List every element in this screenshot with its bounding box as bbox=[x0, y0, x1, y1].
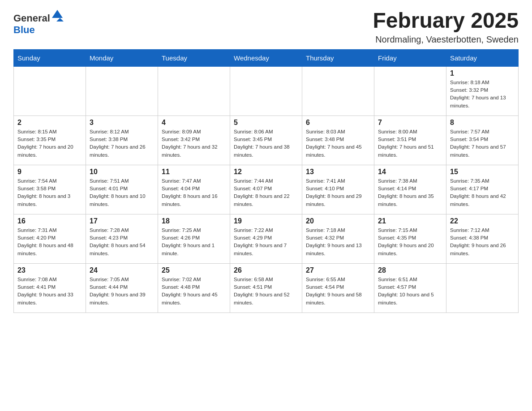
day-number: 5 bbox=[234, 119, 298, 127]
day-number: 21 bbox=[378, 217, 442, 225]
calendar-cell: 17 Sunrise: 7:28 AMSunset: 4:23 PMDaylig… bbox=[86, 214, 158, 263]
calendar-cell: 4 Sunrise: 8:09 AMSunset: 3:42 PMDayligh… bbox=[158, 116, 230, 165]
day-info: Sunrise: 7:41 AMSunset: 4:10 PMDaylight:… bbox=[306, 177, 370, 208]
day-info: Sunrise: 8:03 AMSunset: 3:48 PMDaylight:… bbox=[306, 128, 370, 159]
day-info: Sunrise: 7:54 AMSunset: 3:58 PMDaylight:… bbox=[17, 177, 82, 208]
day-info: Sunrise: 6:58 AMSunset: 4:51 PMDaylight:… bbox=[234, 276, 298, 307]
calendar-week-row-5: 23 Sunrise: 7:08 AMSunset: 4:41 PMDaylig… bbox=[14, 263, 519, 313]
day-number: 11 bbox=[162, 168, 226, 176]
calendar-cell: 1 Sunrise: 8:18 AMSunset: 3:32 PMDayligh… bbox=[446, 66, 519, 116]
calendar-cell: 24 Sunrise: 7:05 AMSunset: 4:44 PMDaylig… bbox=[86, 263, 158, 313]
day-info: Sunrise: 7:25 AMSunset: 4:26 PMDaylight:… bbox=[162, 227, 226, 257]
day-number: 27 bbox=[306, 266, 370, 274]
calendar-cell bbox=[230, 66, 302, 116]
day-number: 24 bbox=[90, 266, 154, 274]
calendar-cell: 23 Sunrise: 7:08 AMSunset: 4:41 PMDaylig… bbox=[14, 263, 86, 313]
calendar-table: Sunday Monday Tuesday Wednesday Thursday… bbox=[13, 49, 519, 313]
day-info: Sunrise: 7:44 AMSunset: 4:07 PMDaylight:… bbox=[234, 177, 298, 208]
day-info: Sunrise: 7:51 AMSunset: 4:01 PMDaylight:… bbox=[90, 177, 154, 208]
calendar-cell: 14 Sunrise: 7:38 AMSunset: 4:14 PMDaylig… bbox=[374, 165, 446, 214]
calendar-cell: 8 Sunrise: 7:57 AMSunset: 3:54 PMDayligh… bbox=[446, 116, 519, 165]
calendar-cell bbox=[302, 66, 374, 116]
day-info: Sunrise: 7:28 AMSunset: 4:23 PMDaylight:… bbox=[90, 227, 154, 257]
calendar-cell: 22 Sunrise: 7:12 AMSunset: 4:38 PMDaylig… bbox=[446, 214, 519, 263]
calendar-cell: 13 Sunrise: 7:41 AMSunset: 4:10 PMDaylig… bbox=[302, 165, 374, 214]
day-number: 19 bbox=[234, 217, 298, 225]
day-info: Sunrise: 7:35 AMSunset: 4:17 PMDaylight:… bbox=[450, 177, 515, 208]
day-info: Sunrise: 8:00 AMSunset: 3:51 PMDaylight:… bbox=[378, 128, 442, 159]
calendar-cell: 21 Sunrise: 7:15 AMSunset: 4:35 PMDaylig… bbox=[374, 214, 446, 263]
calendar-cell bbox=[86, 66, 158, 116]
calendar-week-row-4: 16 Sunrise: 7:31 AMSunset: 4:20 PMDaylig… bbox=[14, 214, 519, 263]
calendar-week-row-1: 1 Sunrise: 8:18 AMSunset: 3:32 PMDayligh… bbox=[14, 66, 519, 116]
day-number: 17 bbox=[90, 217, 154, 225]
day-number: 25 bbox=[162, 266, 226, 274]
day-info: Sunrise: 8:06 AMSunset: 3:45 PMDaylight:… bbox=[234, 128, 298, 159]
calendar-cell: 27 Sunrise: 6:55 AMSunset: 4:54 PMDaylig… bbox=[302, 263, 374, 313]
page-header: General Blue February 2025 Nordmaling, V… bbox=[13, 9, 519, 45]
col-saturday: Saturday bbox=[446, 49, 519, 66]
col-thursday: Thursday bbox=[302, 49, 374, 66]
day-info: Sunrise: 7:38 AMSunset: 4:14 PMDaylight:… bbox=[378, 177, 442, 208]
day-info: Sunrise: 7:08 AMSunset: 4:41 PMDaylight:… bbox=[17, 276, 82, 307]
day-info: Sunrise: 7:05 AMSunset: 4:44 PMDaylight:… bbox=[90, 276, 154, 307]
day-number: 1 bbox=[450, 69, 515, 77]
day-number: 14 bbox=[378, 168, 442, 176]
calendar-week-row-3: 9 Sunrise: 7:54 AMSunset: 3:58 PMDayligh… bbox=[14, 165, 519, 214]
calendar-header-row: Sunday Monday Tuesday Wednesday Thursday… bbox=[14, 49, 519, 66]
day-number: 9 bbox=[17, 168, 82, 176]
day-number: 28 bbox=[378, 266, 442, 274]
month-title: February 2025 bbox=[373, 9, 519, 33]
day-number: 13 bbox=[306, 168, 370, 176]
day-info: Sunrise: 7:22 AMSunset: 4:29 PMDaylight:… bbox=[234, 227, 298, 257]
calendar-cell bbox=[374, 66, 446, 116]
col-friday: Friday bbox=[374, 49, 446, 66]
day-info: Sunrise: 8:09 AMSunset: 3:42 PMDaylight:… bbox=[162, 128, 226, 159]
day-number: 18 bbox=[162, 217, 226, 225]
col-tuesday: Tuesday bbox=[158, 49, 230, 66]
calendar-cell: 28 Sunrise: 6:51 AMSunset: 4:57 PMDaylig… bbox=[374, 263, 446, 313]
col-sunday: Sunday bbox=[14, 49, 86, 66]
calendar-cell: 11 Sunrise: 7:47 AMSunset: 4:04 PMDaylig… bbox=[158, 165, 230, 214]
location-title: Nordmaling, Vaesterbotten, Sweden bbox=[373, 34, 519, 45]
calendar-cell: 16 Sunrise: 7:31 AMSunset: 4:20 PMDaylig… bbox=[14, 214, 86, 263]
day-info: Sunrise: 6:51 AMSunset: 4:57 PMDaylight:… bbox=[378, 276, 442, 307]
day-number: 2 bbox=[17, 119, 82, 127]
day-number: 8 bbox=[450, 119, 515, 127]
day-number: 10 bbox=[90, 168, 154, 176]
calendar-cell bbox=[158, 66, 230, 116]
calendar-cell: 20 Sunrise: 7:18 AMSunset: 4:32 PMDaylig… bbox=[302, 214, 374, 263]
svg-marker-0 bbox=[52, 10, 63, 18]
day-number: 23 bbox=[17, 266, 82, 274]
calendar-week-row-2: 2 Sunrise: 8:15 AMSunset: 3:35 PMDayligh… bbox=[14, 116, 519, 165]
calendar-cell: 19 Sunrise: 7:22 AMSunset: 4:29 PMDaylig… bbox=[230, 214, 302, 263]
calendar-cell: 12 Sunrise: 7:44 AMSunset: 4:07 PMDaylig… bbox=[230, 165, 302, 214]
day-info: Sunrise: 6:55 AMSunset: 4:54 PMDaylight:… bbox=[306, 276, 370, 307]
day-number: 15 bbox=[450, 168, 515, 176]
calendar-cell: 6 Sunrise: 8:03 AMSunset: 3:48 PMDayligh… bbox=[302, 116, 374, 165]
day-number: 26 bbox=[234, 266, 298, 274]
day-info: Sunrise: 7:31 AMSunset: 4:20 PMDaylight:… bbox=[17, 227, 82, 257]
day-number: 16 bbox=[17, 217, 82, 225]
day-info: Sunrise: 7:47 AMSunset: 4:04 PMDaylight:… bbox=[162, 177, 226, 208]
day-number: 3 bbox=[90, 119, 154, 127]
calendar-cell: 15 Sunrise: 7:35 AMSunset: 4:17 PMDaylig… bbox=[446, 165, 519, 214]
col-wednesday: Wednesday bbox=[230, 49, 302, 66]
day-info: Sunrise: 8:12 AMSunset: 3:38 PMDaylight:… bbox=[90, 128, 154, 159]
calendar-cell bbox=[14, 66, 86, 116]
calendar-cell: 7 Sunrise: 8:00 AMSunset: 3:51 PMDayligh… bbox=[374, 116, 446, 165]
day-number: 20 bbox=[306, 217, 370, 225]
day-info: Sunrise: 7:18 AMSunset: 4:32 PMDaylight:… bbox=[306, 227, 370, 257]
logo-blue: Blue bbox=[13, 24, 35, 35]
calendar-cell: 10 Sunrise: 7:51 AMSunset: 4:01 PMDaylig… bbox=[86, 165, 158, 214]
day-number: 22 bbox=[450, 217, 515, 225]
day-info: Sunrise: 7:15 AMSunset: 4:35 PMDaylight:… bbox=[378, 227, 442, 257]
day-number: 4 bbox=[162, 119, 226, 127]
calendar-cell: 5 Sunrise: 8:06 AMSunset: 3:45 PMDayligh… bbox=[230, 116, 302, 165]
day-info: Sunrise: 8:18 AMSunset: 3:32 PMDaylight:… bbox=[450, 79, 515, 110]
day-info: Sunrise: 8:15 AMSunset: 3:35 PMDaylight:… bbox=[17, 128, 82, 159]
day-info: Sunrise: 7:02 AMSunset: 4:48 PMDaylight:… bbox=[162, 276, 226, 307]
calendar-cell bbox=[446, 263, 519, 313]
day-number: 7 bbox=[378, 119, 442, 127]
title-section: February 2025 Nordmaling, Vaesterbotten,… bbox=[373, 9, 519, 45]
